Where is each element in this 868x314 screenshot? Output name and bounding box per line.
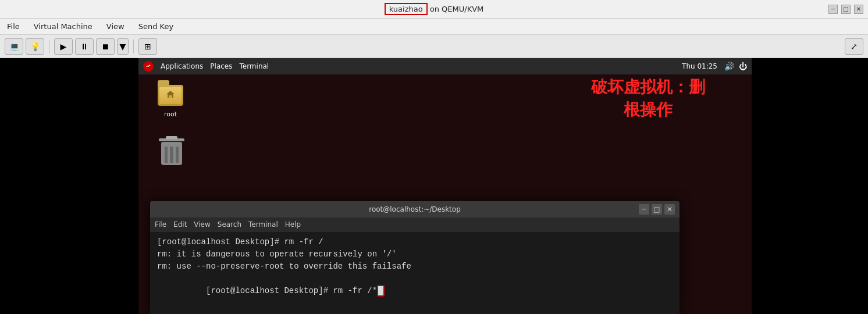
dropdown-button[interactable]: ▼ <box>117 38 129 55</box>
cursor <box>378 286 383 295</box>
toolbar-separator2 <box>133 40 134 53</box>
terminal-close-button[interactable]: ✕ <box>664 204 675 215</box>
host-menu-bar: File Virtual Machine View Send Key <box>0 19 868 35</box>
terminal-titlebar: root@localhost:~/Desktop ─ □ ✕ <box>150 201 680 217</box>
term-menu-file[interactable]: File <box>155 220 166 229</box>
vm-desktop[interactable]: Applications Places Terminal Thu 01:25 🔊… <box>138 58 752 314</box>
gnome-topbar: Applications Places Terminal Thu 01:25 🔊… <box>138 58 752 74</box>
volume-icon: 🔊 <box>724 62 734 71</box>
trash-icon-container[interactable] <box>151 140 192 169</box>
term-line-1: [root@localhost Desktop]# rm -fr / <box>157 236 673 248</box>
terminal-minimize-button[interactable]: ─ <box>639 204 649 215</box>
root-folder-icon[interactable]: root <box>150 81 191 118</box>
gnome-time: Thu 01:25 <box>682 62 717 70</box>
display-button[interactable]: 💻 <box>5 38 23 55</box>
term-menu-view[interactable]: View <box>194 220 210 229</box>
vm-area: Applications Places Terminal Thu 01:25 🔊… <box>0 58 868 314</box>
root-icon-label: root <box>164 110 177 118</box>
annotation-text: 破坏虚拟机：删 根操作 <box>591 76 705 121</box>
folder-image <box>156 81 184 109</box>
menu-view[interactable]: View <box>104 21 127 32</box>
terminal-maximize-button[interactable]: □ <box>652 204 662 215</box>
maximize-button[interactable]: □ <box>841 5 851 14</box>
term-line-4: [root@localhost Desktop]# rm -fr /* <box>157 273 673 309</box>
bulb-button[interactable]: 💡 <box>26 38 44 55</box>
terminal-menu: File Edit View Search Terminal Help <box>150 217 680 231</box>
fullscreen-button[interactable]: ⤢ <box>845 38 863 55</box>
term-line-2: rm: it is dangerous to operate recursive… <box>157 248 673 261</box>
username-highlight: kuaizhao <box>385 3 428 15</box>
stop-button[interactable]: ⏹ <box>96 38 115 55</box>
menu-virtual-machine[interactable]: Virtual Machine <box>31 21 95 32</box>
menu-send-key[interactable]: Send Key <box>136 21 176 32</box>
term-menu-search[interactable]: Search <box>218 220 241 229</box>
toolbar: 💻 💡 ▶ ⏸ ⏹ ▼ ⊞ ⤢ <box>0 35 868 58</box>
close-button[interactable]: ✕ <box>854 5 863 14</box>
play-button[interactable]: ▶ <box>54 38 73 55</box>
pause-button[interactable]: ⏸ <box>75 38 94 55</box>
left-bar <box>0 58 138 314</box>
window-title: kuaizhao on QEMU/KVM <box>385 5 484 13</box>
window-controls: ─ □ ✕ <box>828 5 863 14</box>
grid-button[interactable]: ⊞ <box>138 38 157 55</box>
term-menu-terminal[interactable]: Terminal <box>248 220 278 229</box>
terminal-title: root@localhost:~/Desktop <box>369 205 461 213</box>
terminal-window[interactable]: root@localhost:~/Desktop ─ □ ✕ File Edit… <box>150 201 680 314</box>
minimize-button[interactable]: ─ <box>828 5 838 14</box>
menu-file[interactable]: File <box>5 21 22 32</box>
terminal-content[interactable]: [root@localhost Desktop]# rm -fr / rm: i… <box>150 231 680 314</box>
svg-rect-2 <box>169 95 172 98</box>
terminal-window-controls: ─ □ ✕ <box>639 204 675 215</box>
toolbar-right: ⤢ <box>845 38 863 55</box>
gnome-right-icons: 🔊 ⏻ <box>724 62 747 71</box>
gnome-applications[interactable]: Applications <box>161 62 203 70</box>
toolbar-separator <box>49 40 49 53</box>
right-bar <box>752 58 868 314</box>
term-line-3: rm: use --no-preserve-root to override t… <box>157 261 673 273</box>
title-bar: kuaizhao on QEMU/KVM ─ □ ✕ <box>0 0 868 19</box>
gnome-places[interactable]: Places <box>210 62 232 70</box>
power-icon: ⏻ <box>739 62 747 71</box>
redhat-icon <box>143 61 154 72</box>
term-menu-edit[interactable]: Edit <box>173 220 187 229</box>
term-menu-help[interactable]: Help <box>285 220 301 229</box>
trash-image <box>158 140 186 167</box>
gnome-terminal[interactable]: Terminal <box>239 62 269 70</box>
